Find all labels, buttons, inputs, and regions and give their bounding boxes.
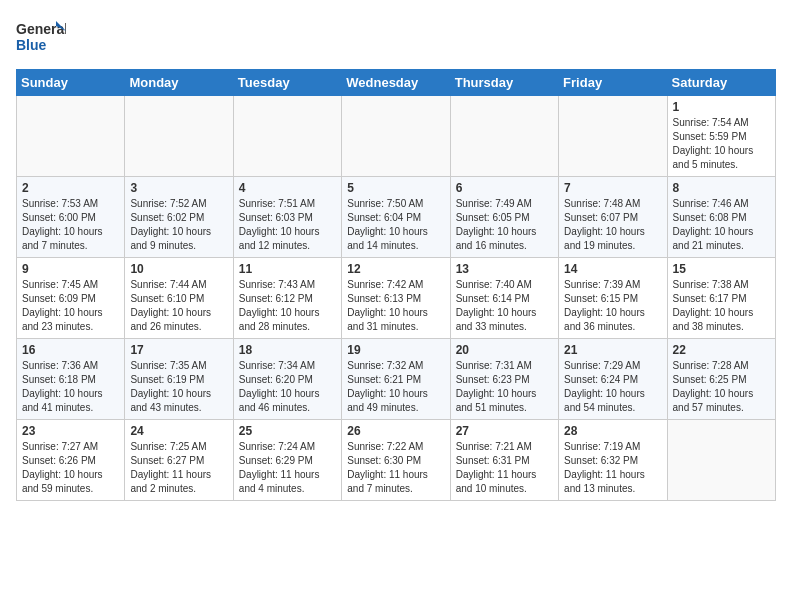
day-number: 13 (456, 262, 553, 276)
calendar-empty-cell (559, 96, 667, 177)
day-info: Sunrise: 7:49 AM Sunset: 6:05 PM Dayligh… (456, 197, 553, 253)
day-info: Sunrise: 7:36 AM Sunset: 6:18 PM Dayligh… (22, 359, 119, 415)
calendar-week-row: 2Sunrise: 7:53 AM Sunset: 6:00 PM Daylig… (17, 177, 776, 258)
weekday-header-friday: Friday (559, 70, 667, 96)
calendar-day-cell: 28Sunrise: 7:19 AM Sunset: 6:32 PM Dayli… (559, 420, 667, 501)
day-info: Sunrise: 7:29 AM Sunset: 6:24 PM Dayligh… (564, 359, 661, 415)
day-number: 4 (239, 181, 336, 195)
calendar-empty-cell (667, 420, 775, 501)
day-number: 2 (22, 181, 119, 195)
calendar-day-cell: 9Sunrise: 7:45 AM Sunset: 6:09 PM Daylig… (17, 258, 125, 339)
day-number: 27 (456, 424, 553, 438)
day-number: 14 (564, 262, 661, 276)
day-number: 7 (564, 181, 661, 195)
calendar-day-cell: 4Sunrise: 7:51 AM Sunset: 6:03 PM Daylig… (233, 177, 341, 258)
day-info: Sunrise: 7:48 AM Sunset: 6:07 PM Dayligh… (564, 197, 661, 253)
day-info: Sunrise: 7:53 AM Sunset: 6:00 PM Dayligh… (22, 197, 119, 253)
day-number: 15 (673, 262, 770, 276)
day-info: Sunrise: 7:22 AM Sunset: 6:30 PM Dayligh… (347, 440, 444, 496)
day-info: Sunrise: 7:43 AM Sunset: 6:12 PM Dayligh… (239, 278, 336, 334)
calendar-day-cell: 15Sunrise: 7:38 AM Sunset: 6:17 PM Dayli… (667, 258, 775, 339)
day-info: Sunrise: 7:27 AM Sunset: 6:26 PM Dayligh… (22, 440, 119, 496)
day-info: Sunrise: 7:52 AM Sunset: 6:02 PM Dayligh… (130, 197, 227, 253)
day-number: 19 (347, 343, 444, 357)
calendar-day-cell: 23Sunrise: 7:27 AM Sunset: 6:26 PM Dayli… (17, 420, 125, 501)
day-number: 12 (347, 262, 444, 276)
calendar-day-cell: 13Sunrise: 7:40 AM Sunset: 6:14 PM Dayli… (450, 258, 558, 339)
calendar-day-cell: 16Sunrise: 7:36 AM Sunset: 6:18 PM Dayli… (17, 339, 125, 420)
logo: GeneralBlue (16, 16, 66, 61)
calendar-day-cell: 26Sunrise: 7:22 AM Sunset: 6:30 PM Dayli… (342, 420, 450, 501)
calendar-day-cell: 12Sunrise: 7:42 AM Sunset: 6:13 PM Dayli… (342, 258, 450, 339)
day-number: 8 (673, 181, 770, 195)
calendar-empty-cell (450, 96, 558, 177)
calendar-day-cell: 21Sunrise: 7:29 AM Sunset: 6:24 PM Dayli… (559, 339, 667, 420)
day-number: 10 (130, 262, 227, 276)
day-info: Sunrise: 7:50 AM Sunset: 6:04 PM Dayligh… (347, 197, 444, 253)
day-number: 24 (130, 424, 227, 438)
day-number: 3 (130, 181, 227, 195)
calendar-week-row: 16Sunrise: 7:36 AM Sunset: 6:18 PM Dayli… (17, 339, 776, 420)
day-info: Sunrise: 7:40 AM Sunset: 6:14 PM Dayligh… (456, 278, 553, 334)
calendar-day-cell: 14Sunrise: 7:39 AM Sunset: 6:15 PM Dayli… (559, 258, 667, 339)
day-number: 25 (239, 424, 336, 438)
calendar-day-cell: 11Sunrise: 7:43 AM Sunset: 6:12 PM Dayli… (233, 258, 341, 339)
calendar-day-cell: 18Sunrise: 7:34 AM Sunset: 6:20 PM Dayli… (233, 339, 341, 420)
day-info: Sunrise: 7:39 AM Sunset: 6:15 PM Dayligh… (564, 278, 661, 334)
weekday-header-sunday: Sunday (17, 70, 125, 96)
calendar-week-row: 23Sunrise: 7:27 AM Sunset: 6:26 PM Dayli… (17, 420, 776, 501)
day-number: 28 (564, 424, 661, 438)
day-info: Sunrise: 7:42 AM Sunset: 6:13 PM Dayligh… (347, 278, 444, 334)
calendar-empty-cell (233, 96, 341, 177)
weekday-header-tuesday: Tuesday (233, 70, 341, 96)
day-info: Sunrise: 7:46 AM Sunset: 6:08 PM Dayligh… (673, 197, 770, 253)
calendar-day-cell: 10Sunrise: 7:44 AM Sunset: 6:10 PM Dayli… (125, 258, 233, 339)
calendar-day-cell: 20Sunrise: 7:31 AM Sunset: 6:23 PM Dayli… (450, 339, 558, 420)
day-number: 11 (239, 262, 336, 276)
day-number: 1 (673, 100, 770, 114)
calendar-day-cell: 22Sunrise: 7:28 AM Sunset: 6:25 PM Dayli… (667, 339, 775, 420)
calendar-day-cell: 17Sunrise: 7:35 AM Sunset: 6:19 PM Dayli… (125, 339, 233, 420)
day-info: Sunrise: 7:19 AM Sunset: 6:32 PM Dayligh… (564, 440, 661, 496)
day-info: Sunrise: 7:44 AM Sunset: 6:10 PM Dayligh… (130, 278, 227, 334)
calendar-day-cell: 27Sunrise: 7:21 AM Sunset: 6:31 PM Dayli… (450, 420, 558, 501)
page-header: GeneralBlue (16, 16, 776, 61)
svg-text:Blue: Blue (16, 37, 47, 53)
day-info: Sunrise: 7:24 AM Sunset: 6:29 PM Dayligh… (239, 440, 336, 496)
calendar-day-cell: 25Sunrise: 7:24 AM Sunset: 6:29 PM Dayli… (233, 420, 341, 501)
calendar-day-cell: 24Sunrise: 7:25 AM Sunset: 6:27 PM Dayli… (125, 420, 233, 501)
calendar-day-cell: 6Sunrise: 7:49 AM Sunset: 6:05 PM Daylig… (450, 177, 558, 258)
calendar-day-cell: 19Sunrise: 7:32 AM Sunset: 6:21 PM Dayli… (342, 339, 450, 420)
calendar-header-row: SundayMondayTuesdayWednesdayThursdayFrid… (17, 70, 776, 96)
day-info: Sunrise: 7:32 AM Sunset: 6:21 PM Dayligh… (347, 359, 444, 415)
calendar-day-cell: 3Sunrise: 7:52 AM Sunset: 6:02 PM Daylig… (125, 177, 233, 258)
day-number: 26 (347, 424, 444, 438)
calendar-table: SundayMondayTuesdayWednesdayThursdayFrid… (16, 69, 776, 501)
day-number: 21 (564, 343, 661, 357)
calendar-empty-cell (125, 96, 233, 177)
day-number: 6 (456, 181, 553, 195)
calendar-day-cell: 5Sunrise: 7:50 AM Sunset: 6:04 PM Daylig… (342, 177, 450, 258)
logo-icon: GeneralBlue (16, 16, 66, 61)
day-info: Sunrise: 7:51 AM Sunset: 6:03 PM Dayligh… (239, 197, 336, 253)
calendar-empty-cell (17, 96, 125, 177)
day-number: 5 (347, 181, 444, 195)
day-number: 18 (239, 343, 336, 357)
weekday-header-monday: Monday (125, 70, 233, 96)
calendar-empty-cell (342, 96, 450, 177)
day-info: Sunrise: 7:38 AM Sunset: 6:17 PM Dayligh… (673, 278, 770, 334)
day-info: Sunrise: 7:21 AM Sunset: 6:31 PM Dayligh… (456, 440, 553, 496)
day-number: 9 (22, 262, 119, 276)
day-number: 17 (130, 343, 227, 357)
day-number: 20 (456, 343, 553, 357)
calendar-day-cell: 8Sunrise: 7:46 AM Sunset: 6:08 PM Daylig… (667, 177, 775, 258)
day-info: Sunrise: 7:34 AM Sunset: 6:20 PM Dayligh… (239, 359, 336, 415)
calendar-week-row: 1Sunrise: 7:54 AM Sunset: 5:59 PM Daylig… (17, 96, 776, 177)
calendar-day-cell: 7Sunrise: 7:48 AM Sunset: 6:07 PM Daylig… (559, 177, 667, 258)
svg-text:General: General (16, 21, 66, 37)
weekday-header-wednesday: Wednesday (342, 70, 450, 96)
day-info: Sunrise: 7:35 AM Sunset: 6:19 PM Dayligh… (130, 359, 227, 415)
calendar-day-cell: 2Sunrise: 7:53 AM Sunset: 6:00 PM Daylig… (17, 177, 125, 258)
weekday-header-thursday: Thursday (450, 70, 558, 96)
weekday-header-saturday: Saturday (667, 70, 775, 96)
